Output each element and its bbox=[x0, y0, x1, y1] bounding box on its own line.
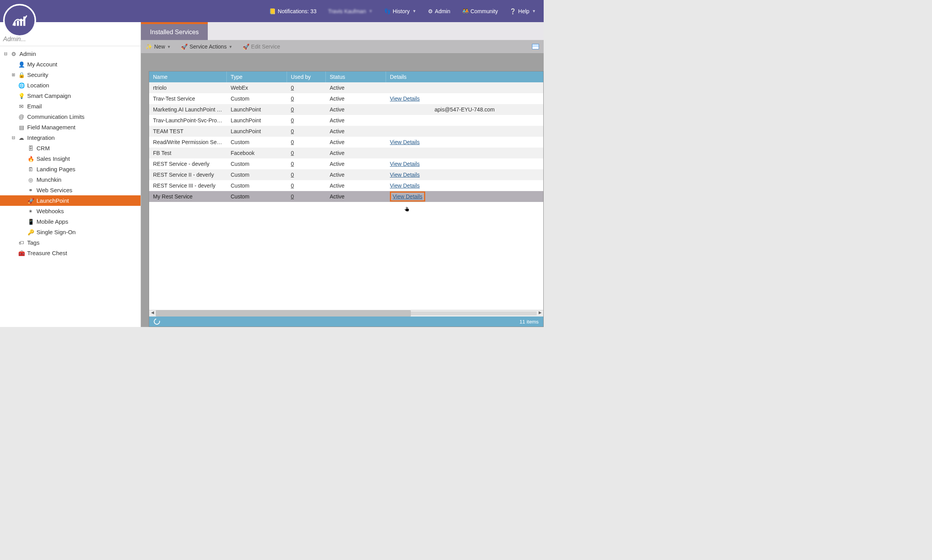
sidebar-item-crm[interactable]: 🗄CRM bbox=[0, 143, 141, 153]
svg-rect-1 bbox=[17, 21, 19, 26]
sidebar-item-single-sign-on[interactable]: 🔑Single Sign-On bbox=[0, 227, 141, 237]
sidebar-item-smart-campaign[interactable]: 💡Smart Campaign bbox=[0, 90, 141, 101]
sidebar-item-webhooks[interactable]: ✴Webhooks bbox=[0, 206, 141, 216]
cell-details: View Details bbox=[386, 159, 543, 169]
tree-label: Single Sign-On bbox=[37, 229, 76, 235]
col-name[interactable]: Name bbox=[149, 71, 227, 82]
sidebar-item-admin[interactable]: ⊟⚙Admin bbox=[0, 49, 141, 59]
sidebar-item-my-account[interactable]: 👤My Account bbox=[0, 59, 141, 70]
table-row[interactable]: Trav-Test ServiceCustom0ActiveView Detai… bbox=[149, 93, 543, 104]
table-row[interactable]: Trav-LaunchPoint-Svc-Prog-I...LaunchPoin… bbox=[149, 115, 543, 126]
cell-usedby: 0 bbox=[287, 192, 326, 201]
cell-details: View Details bbox=[386, 170, 543, 179]
sidebar-item-sales-insight[interactable]: 🔥Sales Insight bbox=[0, 153, 141, 164]
usedby-link[interactable]: 0 bbox=[291, 172, 294, 178]
sidebar-item-communication-limits[interactable]: @Communication Limits bbox=[0, 111, 141, 122]
tab-installed-services[interactable]: Installed Services bbox=[141, 24, 208, 40]
usedby-link[interactable]: 0 bbox=[291, 128, 294, 134]
usedby-link[interactable]: 0 bbox=[291, 183, 294, 189]
sidebar-item-launchpoint[interactable]: 🚀LaunchPoint bbox=[0, 195, 141, 206]
usedby-link[interactable]: 0 bbox=[291, 150, 294, 156]
col-status[interactable]: Status bbox=[326, 71, 386, 82]
col-details[interactable]: Details bbox=[386, 71, 543, 82]
view-details-link[interactable]: View Details bbox=[390, 183, 420, 189]
col-type[interactable]: Type bbox=[227, 71, 287, 82]
cell-name: REST Service - deverly bbox=[149, 159, 227, 169]
sidebar-item-security[interactable]: ⊞🔒Security bbox=[0, 70, 141, 80]
sidebar-item-treasure-chest[interactable]: 🧰Treasure Chest bbox=[0, 248, 141, 258]
tree-toggle-icon[interactable]: ⊞ bbox=[11, 72, 16, 77]
cell-name: REST Service III - deverly bbox=[149, 181, 227, 190]
services-grid: Name Type Used by Status Details rtriolo… bbox=[149, 71, 544, 327]
cell-name: Trav-LaunchPoint-Svc-Prog-I... bbox=[149, 116, 227, 125]
sidebar-item-location[interactable]: 🌐Location bbox=[0, 80, 141, 90]
grid-header: Name Type Used by Status Details bbox=[149, 71, 543, 82]
table-row[interactable]: REST Service - deverlyCustom0ActiveView … bbox=[149, 158, 543, 169]
cell-type: Custom bbox=[227, 94, 287, 103]
usedby-link[interactable]: 0 bbox=[291, 96, 294, 102]
sidebar-item-mobile-apps[interactable]: 📱Mobile Apps bbox=[0, 216, 141, 227]
tree-label: LaunchPoint bbox=[37, 197, 69, 204]
usedby-link[interactable]: 0 bbox=[291, 161, 294, 167]
cell-name: rtriolo bbox=[149, 83, 227, 92]
user-menu[interactable]: Travis Kaufman ▼ bbox=[328, 8, 372, 14]
table-row[interactable]: My Rest ServiceCustom0ActiveView Details bbox=[149, 191, 543, 202]
sidebar-item-landing-pages[interactable]: 🗓Landing Pages bbox=[0, 164, 141, 174]
sidebar-item-field-management[interactable]: ▤Field Management bbox=[0, 122, 141, 132]
sidebar-item-integration[interactable]: ⊟☁Integration bbox=[0, 132, 141, 143]
tree-toggle-icon[interactable]: ⊟ bbox=[3, 51, 8, 56]
tree-label: Sales Insight bbox=[37, 155, 70, 162]
tree-toggle-icon[interactable]: ⊟ bbox=[11, 135, 16, 140]
sidebar-item-tags[interactable]: 🏷Tags bbox=[0, 237, 141, 248]
cell-type: Custom bbox=[227, 170, 287, 179]
chevron-down-icon: ▼ bbox=[412, 9, 416, 13]
usedby-link[interactable]: 0 bbox=[291, 117, 294, 123]
table-row[interactable]: FB TestFacebook0Active bbox=[149, 148, 543, 158]
cell-details: View Details bbox=[386, 181, 543, 190]
cell-details bbox=[386, 86, 543, 89]
notifications-button[interactable]: 📒 Notifications: 33 bbox=[269, 8, 316, 14]
scroll-left-button[interactable]: ◀ bbox=[149, 310, 156, 317]
horizontal-scrollbar[interactable]: ◀ ▶ bbox=[149, 310, 543, 317]
usedby-link[interactable]: 0 bbox=[291, 85, 294, 91]
sidebar-item-web-services[interactable]: ⚭Web Services bbox=[0, 185, 141, 195]
refresh-icon[interactable] bbox=[153, 317, 161, 326]
scroll-right-button[interactable]: ▶ bbox=[537, 310, 543, 317]
new-button[interactable]: ✨ New ▼ bbox=[146, 43, 171, 50]
sidebar-item-munchkin[interactable]: ◎Munchkin bbox=[0, 174, 141, 185]
edit-service-button[interactable]: 🚀 Edit Service bbox=[243, 43, 280, 50]
scroll-track[interactable] bbox=[156, 311, 537, 315]
view-details-link[interactable]: View Details bbox=[390, 161, 420, 167]
service-actions-button[interactable]: 🚀 Service Actions ▼ bbox=[181, 43, 233, 50]
tree-icon: ⚭ bbox=[27, 187, 34, 193]
scroll-thumb[interactable] bbox=[156, 310, 411, 317]
community-button[interactable]: 🧑‍🤝‍🧑 Community bbox=[462, 8, 498, 14]
table-row[interactable]: REST Service III - deverlyCustom0ActiveV… bbox=[149, 180, 543, 191]
view-details-link[interactable]: View Details bbox=[390, 96, 420, 102]
table-row[interactable]: REST Service II - deverlyCustom0ActiveVi… bbox=[149, 169, 543, 180]
table-row[interactable]: TEAM TESTLaunchPoint0Active bbox=[149, 126, 543, 137]
history-icon: 👣 bbox=[384, 8, 391, 14]
view-details-link[interactable]: View Details bbox=[390, 139, 420, 145]
usedby-link[interactable]: 0 bbox=[291, 193, 294, 200]
col-usedby[interactable]: Used by bbox=[287, 71, 326, 82]
table-row[interactable]: Marketing.AI LaunchPoint Te...LaunchPoin… bbox=[149, 104, 543, 115]
admin-button[interactable]: ⚙ Admin bbox=[428, 8, 450, 14]
history-button[interactable]: 👣 History ▼ bbox=[384, 8, 416, 14]
table-row[interactable]: rtrioloWebEx0Active bbox=[149, 82, 543, 93]
sidebar-item-email[interactable]: ✉Email bbox=[0, 101, 141, 111]
app-logo[interactable] bbox=[3, 4, 36, 37]
view-details-link[interactable]: View Details bbox=[393, 193, 423, 200]
notifications-label: Notifications: 33 bbox=[278, 8, 316, 14]
usedby-link[interactable]: 0 bbox=[291, 139, 294, 145]
cell-name: Read/Write Permission Servi... bbox=[149, 137, 227, 147]
view-details-link[interactable]: View Details bbox=[390, 172, 420, 178]
history-label: History bbox=[393, 8, 410, 14]
notifications-icon: 📒 bbox=[269, 8, 276, 14]
tree-icon: ✴ bbox=[27, 208, 34, 214]
calendar-icon[interactable] bbox=[532, 44, 539, 49]
tree-label: Location bbox=[27, 82, 49, 89]
table-row[interactable]: Read/Write Permission Servi...Custom0Act… bbox=[149, 137, 543, 148]
usedby-link[interactable]: 0 bbox=[291, 106, 294, 113]
help-button[interactable]: ❔ Help ▼ bbox=[509, 8, 536, 14]
